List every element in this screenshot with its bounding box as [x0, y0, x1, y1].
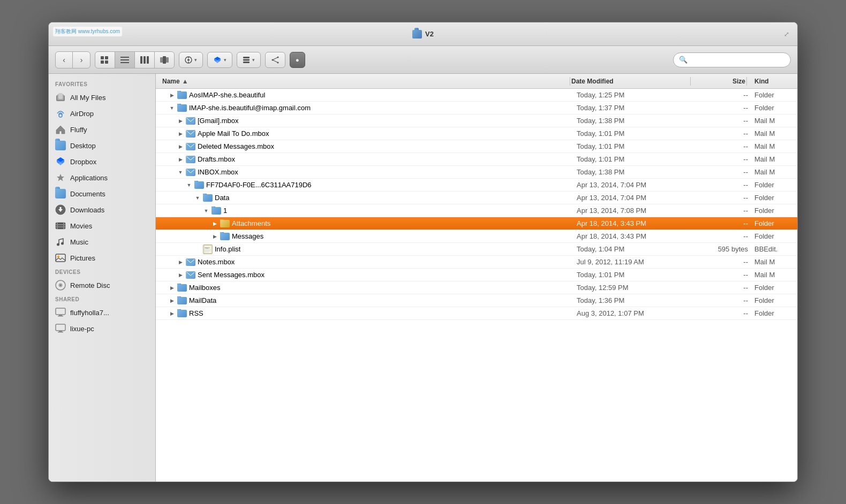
sidebar-item-all-my-files[interactable]: All My Files — [49, 89, 155, 105]
row-size-cell: -- — [694, 219, 748, 227]
col-sep-2 — [690, 77, 691, 86]
table-row[interactable]: ▶AttachmentsApr 18, 2014, 3:43 PM--Folde… — [156, 217, 797, 230]
table-row[interactable]: ▶RSSAug 3, 2012, 1:07 PM--Folder — [156, 307, 797, 320]
arrange-button[interactable]: ▾ — [237, 52, 261, 68]
toggle-button[interactable]: ● — [290, 52, 305, 68]
table-row[interactable]: ▼1Apr 13, 2014, 7:08 PM--Folder — [156, 204, 797, 217]
svg-point-14 — [187, 59, 190, 61]
table-row[interactable]: ▶AosIMAP-she.s.beautifulToday, 1:25 PM--… — [156, 89, 797, 102]
table-row[interactable]: ▶Deleted Messages.mboxToday, 1:01 PM--Ma… — [156, 140, 797, 153]
dropbox-button[interactable]: ▾ — [207, 52, 232, 68]
svg-line-28 — [273, 60, 278, 63]
col-header-size[interactable]: Size — [692, 78, 745, 85]
folder-icon — [177, 91, 187, 99]
table-row[interactable]: ▼IMAP-she.is.beautiful@imap.gmail.comTod… — [156, 102, 797, 114]
back-button[interactable]: ‹ — [56, 52, 73, 68]
sidebar-item-documents[interactable]: Documents — [49, 186, 155, 202]
table-row[interactable]: ▼FF7D4AF0-F0E...6C311AA719D6Apr 13, 2014… — [156, 179, 797, 192]
row-size-cell: -- — [694, 207, 748, 215]
sidebar-label-all-my-files: All My Files — [70, 94, 105, 102]
row-filename: INBOX.mbox — [198, 168, 238, 176]
sidebar-item-music[interactable]: Music — [49, 234, 155, 250]
col-header-kind[interactable]: Kind — [748, 78, 791, 85]
disclosure-triangle[interactable]: ▼ — [186, 181, 192, 189]
sidebar-item-applications[interactable]: Applications — [49, 170, 155, 186]
disclosure-triangle[interactable]: ▶ — [177, 271, 184, 279]
disclosure-triangle[interactable]: ▶ — [177, 130, 184, 138]
row-date-cell: Apr 13, 2014, 7:04 PM — [577, 181, 694, 189]
svg-rect-9 — [147, 56, 149, 64]
col-header-name[interactable]: Name ▲ — [162, 78, 569, 85]
plist-icon: TEXT — [203, 245, 213, 254]
sidebar-item-fluffy[interactable]: Fluffy — [49, 121, 155, 138]
disclosure-triangle[interactable]: ▼ — [177, 169, 184, 176]
row-name-cell: ▶Mailboxes — [162, 284, 577, 292]
view-cover-button[interactable] — [155, 52, 174, 68]
svg-rect-1 — [105, 56, 108, 59]
disclosure-triangle[interactable]: ▼ — [203, 207, 209, 215]
row-kind-cell: Mail M — [748, 155, 791, 163]
table-row[interactable]: ▶MessagesApr 18, 2014, 3:43 PM--Folder — [156, 230, 797, 243]
table-row[interactable]: ▶Notes.mboxJul 9, 2012, 11:19 AM--Mail M — [156, 256, 797, 269]
sidebar-item-lixue-pc[interactable]: lixue-pc — [49, 320, 155, 337]
svg-rect-10 — [160, 57, 163, 63]
table-row[interactable]: ▶[Gmail].mboxToday, 1:38 PM--Mail M — [156, 114, 797, 127]
sidebar-label-dropbox: Dropbox — [70, 158, 96, 166]
sidebar-item-dropbox[interactable]: Dropbox — [49, 154, 155, 170]
svg-rect-59 — [187, 143, 194, 149]
col-header-date[interactable]: Date Modified — [571, 78, 689, 85]
table-row[interactable]: ▶Drafts.mboxToday, 1:01 PM--Mail M — [156, 153, 797, 166]
disclosure-triangle[interactable] — [194, 246, 201, 253]
action-button[interactable]: ▾ — [179, 52, 203, 68]
view-icons-button[interactable] — [95, 52, 115, 68]
main-content: FAVORITES All My Files AirDrop — [49, 74, 797, 482]
search-input[interactable] — [690, 56, 785, 64]
resize-button[interactable]: ⤢ — [782, 30, 791, 39]
share-button[interactable] — [265, 52, 285, 68]
table-row[interactable]: TEXTInfo.plistToday, 1:04 PM595 bytesBBE… — [156, 243, 797, 256]
row-filename: IMAP-she.is.beautiful@imap.gmail.com — [189, 104, 311, 112]
disc-icon — [55, 280, 66, 291]
disclosure-triangle[interactable]: ▶ — [169, 310, 175, 317]
sidebar-item-remote-disc[interactable]: Remote Disc — [49, 277, 155, 293]
downloads-icon — [55, 204, 66, 215]
sidebar-item-airdrop[interactable]: AirDrop — [49, 105, 155, 121]
view-columns-button[interactable] — [135, 52, 155, 68]
row-filename: [Gmail].mbox — [198, 117, 239, 125]
disclosure-triangle[interactable]: ▶ — [169, 284, 175, 292]
row-name-cell: ▼Data — [162, 194, 577, 202]
table-row[interactable]: ▶MailboxesToday, 12:59 PM--Folder — [156, 281, 797, 294]
disclosure-triangle[interactable]: ▶ — [177, 143, 184, 150]
disclosure-triangle[interactable]: ▶ — [169, 91, 175, 99]
sidebar-item-fluffyholla[interactable]: fluffyholla7... — [49, 304, 155, 320]
table-row[interactable]: ▼DataApr 13, 2014, 7:04 PM--Folder — [156, 192, 797, 204]
row-filename: MailData — [189, 296, 216, 304]
disclosure-triangle[interactable]: ▼ — [169, 104, 175, 112]
svg-rect-6 — [120, 62, 129, 63]
sidebar-item-desktop[interactable]: Desktop — [49, 138, 155, 154]
svg-point-45 — [61, 242, 64, 245]
disclosure-triangle[interactable]: ▼ — [194, 194, 201, 202]
disclosure-triangle[interactable]: ▶ — [169, 297, 175, 304]
mail-icon — [186, 156, 195, 163]
table-row[interactable]: ▶MailDataToday, 1:36 PM--Folder — [156, 294, 797, 307]
table-row[interactable]: ▶Apple Mail To Do.mboxToday, 1:01 PM--Ma… — [156, 127, 797, 140]
sidebar-item-pictures[interactable]: Pictures — [49, 250, 155, 266]
sidebar-item-downloads[interactable]: Downloads — [49, 202, 155, 218]
disclosure-triangle[interactable]: ▶ — [177, 117, 184, 125]
disclosure-triangle[interactable]: ▶ — [177, 156, 184, 163]
row-date-cell: Jul 9, 2012, 11:19 AM — [577, 258, 694, 266]
row-size-cell: -- — [694, 296, 748, 304]
disclosure-triangle[interactable]: ▶ — [212, 220, 218, 227]
table-row[interactable]: ▼INBOX.mboxToday, 1:38 PM--Mail M — [156, 166, 797, 179]
table-row[interactable]: ▶Sent Messages.mboxToday, 1:01 PM--Mail … — [156, 269, 797, 281]
forward-button[interactable]: › — [73, 52, 90, 68]
folder-icon — [220, 220, 230, 227]
sidebar-item-movies[interactable]: Movies — [49, 218, 155, 234]
svg-rect-54 — [56, 324, 65, 331]
disclosure-triangle[interactable]: ▶ — [212, 233, 218, 240]
disclosure-triangle[interactable]: ▶ — [177, 258, 184, 266]
view-list-button[interactable] — [115, 52, 135, 68]
mail-icon — [186, 258, 195, 266]
row-date-cell: Apr 13, 2014, 7:08 PM — [577, 207, 694, 215]
